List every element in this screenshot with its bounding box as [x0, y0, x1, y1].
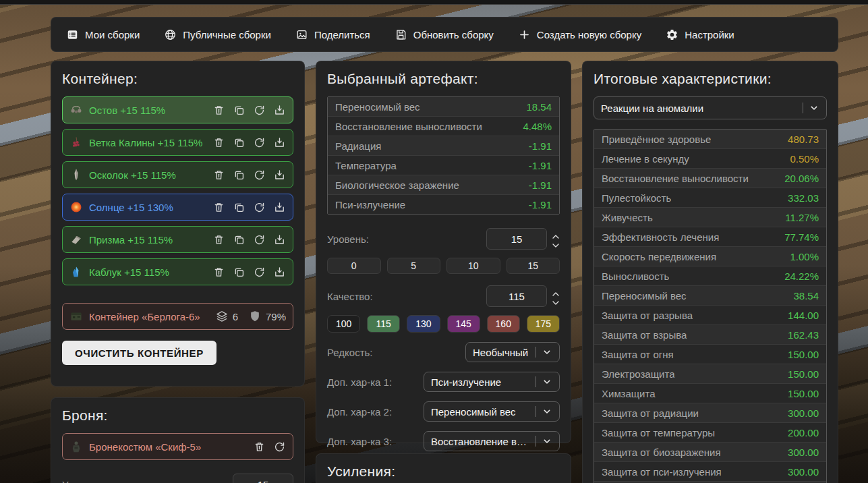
armor-level-input[interactable]	[233, 474, 293, 483]
stat-label: Восстановление выносливости	[335, 121, 482, 132]
artifact-item-actions	[212, 136, 286, 149]
quality-preset-button-130[interactable]: 130	[407, 315, 440, 333]
level-preset-button-15[interactable]: 15	[507, 258, 560, 274]
duplicate-artifact-button[interactable]	[233, 266, 245, 279]
toolbar-button-settings[interactable]: Настройки	[666, 28, 734, 41]
remove-artifact-button[interactable]	[212, 104, 225, 117]
reroll-armor-button[interactable]	[273, 441, 286, 453]
reroll-artifact-button[interactable]	[253, 233, 266, 246]
stat-value: 480.73	[788, 134, 819, 145]
level-preset-button-10[interactable]: 10	[446, 258, 500, 274]
quality-decrement-button[interactable]	[552, 297, 560, 304]
duplicate-artifact-button[interactable]	[233, 233, 245, 246]
toolbar-button-public-builds[interactable]: Публичные сборки	[164, 28, 271, 41]
select-divider	[536, 347, 536, 358]
quality-preset-button-145[interactable]: 145	[447, 315, 480, 333]
plus-icon	[518, 28, 531, 41]
container-row[interactable]: Контейнер «Берлога-6» 6 79%	[62, 303, 293, 330]
artifact-item-kabluk[interactable]: Каблук +15 115%	[62, 258, 293, 285]
artifact-item-vetka-kaliny[interactable]: Ветка Калины +15 115%	[62, 129, 293, 156]
duplicate-artifact-button[interactable]	[233, 104, 245, 117]
quality-label: Качество:	[327, 291, 373, 302]
duplicate-artifact-button[interactable]	[233, 201, 245, 214]
reroll-artifact-button[interactable]	[253, 266, 266, 279]
stat-label: Скорость передвижения	[602, 251, 716, 262]
stat-row: Лечение в секунду0.50%	[594, 148, 826, 168]
ostov-artifact-icon	[69, 103, 83, 117]
toolbar-button-create-build[interactable]: Создать новую сборку	[518, 28, 641, 41]
quality-preset-button-100[interactable]: 100	[327, 315, 360, 333]
duplicate-artifact-button[interactable]	[233, 169, 245, 181]
stat-label: Пулестойкость	[602, 192, 671, 204]
quality-preset-button-115[interactable]: 115	[367, 315, 400, 333]
export-artifact-button[interactable]	[273, 201, 286, 214]
extra-stat-1-select[interactable]: Пси-излучение	[424, 372, 560, 392]
chevron-down-icon	[542, 376, 552, 387]
extra-stat-3-select[interactable]: Восстановление в…	[424, 431, 560, 451]
select-value: Пси-излучение	[431, 376, 530, 388]
rarity-select[interactable]: Необычный	[465, 342, 560, 362]
level-increment-button[interactable]	[552, 231, 560, 237]
stat-value: 1.00%	[790, 251, 819, 262]
stat-label: Переносимый вес	[602, 290, 687, 302]
quality-input[interactable]	[486, 285, 547, 307]
totals-filter-select[interactable]: Реакции на аномалии	[594, 96, 827, 119]
toolbar-button-my-builds[interactable]: Мои сборки	[66, 28, 140, 41]
toolbar-button-label: Поделиться	[314, 29, 370, 40]
remove-artifact-button[interactable]	[212, 136, 225, 149]
remove-artifact-button[interactable]	[212, 169, 225, 181]
artifact-select-rows: Редкость:НеобычныйДоп. хар-ка 1:Пси-излу…	[327, 342, 560, 451]
reroll-artifact-button[interactable]	[253, 169, 266, 181]
export-artifact-button[interactable]	[273, 266, 286, 279]
armor-level-label: Уровень:	[62, 479, 104, 483]
remove-artifact-button[interactable]	[212, 201, 225, 214]
stat-row: Химзащита150.00	[594, 383, 826, 403]
clear-container-button[interactable]: ОЧИСТИТЬ КОНТЕЙНЕР	[62, 341, 216, 365]
toolbar-button-share[interactable]: Поделиться	[295, 28, 370, 41]
stat-value: 150.00	[788, 368, 819, 380]
select-divider	[803, 103, 803, 113]
level-preset-button-0[interactable]: 0	[327, 258, 381, 274]
quality-preset-button-160[interactable]: 160	[487, 315, 520, 333]
export-artifact-button[interactable]	[273, 169, 286, 181]
stat-label: Защита от разрыва	[602, 310, 693, 321]
artifact-item-solntse[interactable]: Солнце +15 130%	[62, 194, 293, 221]
chevron-down-icon	[542, 347, 552, 358]
reroll-artifact-button[interactable]	[253, 104, 266, 117]
stat-row: Защита от пси-излучения300.00	[594, 461, 826, 481]
artifact-item-actions	[212, 169, 286, 181]
remove-armor-button[interactable]	[253, 441, 266, 453]
toolbar-button-label: Публичные сборки	[183, 29, 271, 40]
reroll-artifact-button[interactable]	[253, 136, 266, 149]
artifact-item-actions	[212, 201, 286, 214]
stat-row: Защита от огня150.00	[594, 344, 826, 364]
stat-value: 200.00	[788, 427, 819, 438]
totals-filter-value: Реакции на аномалии	[601, 103, 797, 114]
stat-value: 20.06%	[784, 173, 819, 184]
level-input[interactable]	[486, 228, 547, 250]
extra-stat-2-select[interactable]: Переносимый вес	[424, 401, 560, 422]
remove-artifact-button[interactable]	[212, 266, 225, 279]
export-artifact-button[interactable]	[273, 104, 286, 117]
export-artifact-button[interactable]	[273, 233, 286, 246]
artifact-item-ostov[interactable]: Остов +15 115%	[62, 96, 293, 123]
reroll-artifact-button[interactable]	[253, 201, 266, 214]
chevron-down-icon	[542, 436, 552, 447]
duplicate-artifact-button[interactable]	[233, 136, 245, 149]
armor-row[interactable]: Бронекостюм «Скиф-5»	[62, 433, 293, 460]
quality-increment-button[interactable]	[552, 289, 560, 295]
quality-preset-button-175[interactable]: 175	[527, 315, 560, 333]
export-artifact-button[interactable]	[273, 136, 286, 149]
stat-label: Приведённое здоровье	[602, 134, 711, 145]
toolbar-button-update-build[interactable]: Обновить сборку	[395, 28, 494, 41]
level-preset-button-5[interactable]: 5	[387, 258, 441, 274]
artifact-item-prizma[interactable]: Призма +15 115%	[62, 226, 293, 253]
armor-actions	[253, 441, 286, 453]
level-decrement-button[interactable]	[552, 240, 560, 246]
remove-artifact-button[interactable]	[212, 233, 225, 246]
stat-value: 332.03	[788, 192, 819, 204]
artifact-item-oskolok[interactable]: Осколок +15 115%	[62, 161, 293, 188]
artifact-panel: Выбранный артефакт: Переносимый вес18.54…	[316, 61, 571, 443]
container-protection: 79%	[248, 310, 286, 323]
level-field: Уровень:	[327, 228, 560, 250]
